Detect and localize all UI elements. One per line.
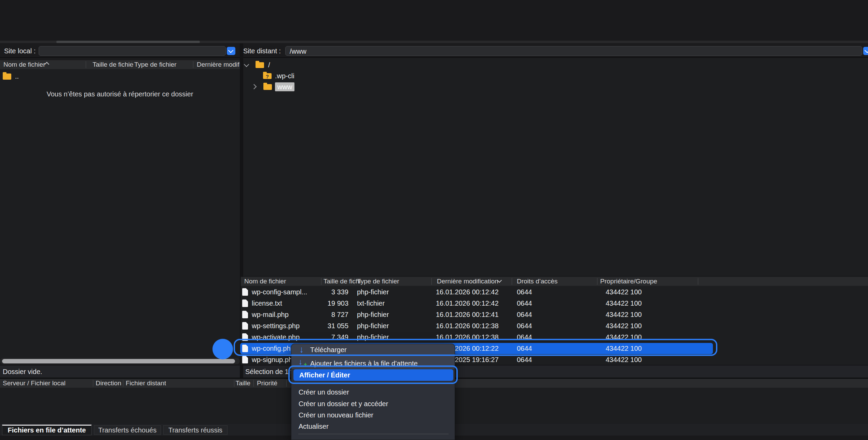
menu-item-cr-er-un-dossier[interactable]: Créer un dossier <box>299 386 349 398</box>
file-type: txt-fichier <box>357 298 429 309</box>
file-size: 19 903 <box>321 298 348 309</box>
scrollbar-thumb[interactable] <box>2 359 235 363</box>
context-menu: Télécharger↓Ajouter les fichiers à la fi… <box>291 344 455 440</box>
tab-successful-transfers[interactable]: Transferts réussis <box>163 425 228 435</box>
menu-item-cr-er-un-nouveau-fichier[interactable]: Créer un nouveau fichier <box>299 409 373 421</box>
remote-list-header[interactable]: Nom de fichierTaille de fichiType de fic… <box>241 277 868 286</box>
folder-icon <box>256 62 264 68</box>
remote-file-row[interactable]: wp-settings.php31 055php-fichier16.01.20… <box>241 320 868 332</box>
menu-item-highlight-ring <box>288 365 458 384</box>
menu-separator <box>298 434 449 434</box>
folder-icon <box>263 84 272 90</box>
file-icon <box>242 322 248 330</box>
column-header-3[interactable]: Taille <box>212 379 250 388</box>
file-owner: 434422 100 <box>606 309 674 320</box>
tree-item-label: .wp-cli <box>275 71 294 80</box>
column-header-0[interactable]: Nom de fichier <box>3 60 45 69</box>
file-perms: 0644 <box>517 309 558 320</box>
tree-item-label: / <box>268 61 270 69</box>
column-header-3[interactable]: Dernière modific <box>197 60 244 69</box>
filezilla-window: Site local : Site distant : /www Nom de … <box>0 0 868 440</box>
tree-item-www[interactable]: www <box>243 82 868 92</box>
chevron-down-icon <box>865 48 868 53</box>
column-divider[interactable] <box>234 380 234 387</box>
folder-icon: ? <box>263 73 272 79</box>
column-divider[interactable] <box>86 61 86 68</box>
log-splitter-thumb[interactable] <box>56 41 200 43</box>
file-icon <box>242 299 248 307</box>
file-owner: 434422 100 <box>606 320 674 332</box>
local-list-header[interactable]: Nom de fichierTaille de fichieType de fi… <box>0 60 240 69</box>
column-header-1[interactable]: Direction <box>96 379 121 388</box>
local-parent-dir-row[interactable]: .. <box>0 71 240 82</box>
column-header-3[interactable]: Dernière modification <box>437 277 498 286</box>
remote-site-label: Site distant : <box>243 46 281 56</box>
local-site-dropdown-button[interactable] <box>227 47 235 55</box>
column-header-2[interactable]: Type de fichier <box>357 277 399 286</box>
column-divider[interactable] <box>132 61 132 68</box>
column-header-4[interactable]: Droits d’accès <box>517 277 557 286</box>
local-list-message: Vous n’êtes pas autorisé à répertorier c… <box>0 90 240 98</box>
file-owner: 434422 100 <box>606 298 674 309</box>
column-divider[interactable] <box>193 61 193 68</box>
tree-expander-collapse-icon[interactable] <box>245 63 249 67</box>
file-owner: 434422 100 <box>606 286 674 298</box>
remote-file-row[interactable]: license.txt19 903txt-fichier16.01.2026 0… <box>241 298 868 309</box>
chevron-down-icon <box>228 48 234 53</box>
column-header-1[interactable]: Taille de fichi <box>323 277 361 286</box>
file-name: wp-mail.php <box>252 309 320 320</box>
selected-row-highlight-ring <box>234 339 717 356</box>
remote-directory-tree[interactable]: /?.wp-cliwww <box>243 58 868 276</box>
column-header-4[interactable]: Priorité <box>257 379 277 388</box>
tree-item-[interactable]: / <box>243 60 868 70</box>
file-modified: 16.01.2026 00:12:42 <box>436 286 511 298</box>
column-header-1[interactable]: Taille de fichie <box>93 60 133 69</box>
remote-site-dropdown-button[interactable] <box>863 47 868 55</box>
column-header-2[interactable]: Fichier distant <box>126 379 166 388</box>
column-header-0[interactable]: Nom de fichier <box>244 277 286 286</box>
column-header-2[interactable]: Type de fichier <box>134 60 177 69</box>
remote-file-row[interactable]: wp-config-sampl...3 339php-fichier16.01.… <box>241 286 868 298</box>
column-header-5[interactable]: Propriétaire/Groupe <box>600 277 657 286</box>
column-divider[interactable] <box>123 380 123 387</box>
column-divider[interactable] <box>431 278 432 285</box>
column-divider[interactable] <box>597 278 597 285</box>
tab-failed-transfers[interactable]: Transferts échoués <box>94 425 161 435</box>
sort-up-icon <box>45 63 49 66</box>
column-divider[interactable] <box>698 278 698 285</box>
tree-expander-expand-icon[interactable] <box>252 85 256 89</box>
column-divider[interactable] <box>321 278 321 285</box>
column-divider[interactable] <box>354 278 355 285</box>
local-status-bar: Dossier vide. <box>0 365 240 377</box>
file-type: php-fichier <box>357 309 429 320</box>
column-divider[interactable] <box>93 380 93 387</box>
add-to-queue-icon: ↓ <box>299 357 303 366</box>
remote-site-input[interactable]: /www <box>285 46 862 56</box>
column-header-0[interactable]: Serveur / Fichier local <box>3 379 66 388</box>
file-modified: 16.01.2026 00:12:38 <box>436 320 511 332</box>
tab-queued-files[interactable]: Fichiers en file d’attente <box>2 425 92 435</box>
file-icon <box>242 356 248 363</box>
menu-item-actualiser[interactable]: Actualiser <box>299 421 329 432</box>
tree-item-label: www <box>275 82 294 91</box>
sort-down-icon <box>498 279 501 282</box>
local-site-label: Site local : <box>4 46 36 56</box>
column-divider[interactable] <box>253 380 254 387</box>
local-file-list[interactable]: .. Vous n’êtes pas autorisé à répertorie… <box>0 69 240 358</box>
file-perms: 0644 <box>517 320 558 332</box>
file-name: wp-config-sampl... <box>252 286 320 298</box>
folder-icon <box>3 74 11 80</box>
file-name: wp-settings.php <box>252 320 320 332</box>
remote-file-row[interactable]: wp-mail.php8 727php-fichier16.01.2026 00… <box>241 309 868 320</box>
tree-item-wpcli[interactable]: ?.wp-cli <box>243 71 868 81</box>
local-site-input[interactable] <box>39 46 226 56</box>
menu-item-cr-er-un-dossier-et-y-acc-der[interactable]: Créer un dossier et y accéder <box>299 398 388 410</box>
file-modified: 16.01.2026 00:12:41 <box>436 309 511 320</box>
column-divider[interactable] <box>286 380 287 387</box>
local-horizontal-scrollbar[interactable] <box>0 358 240 364</box>
parent-dir-label: .. <box>15 71 19 82</box>
file-size: 31 055 <box>321 320 348 332</box>
file-size: 8 727 <box>321 309 348 320</box>
column-divider[interactable] <box>512 278 512 285</box>
file-perms: 0644 <box>517 298 558 309</box>
